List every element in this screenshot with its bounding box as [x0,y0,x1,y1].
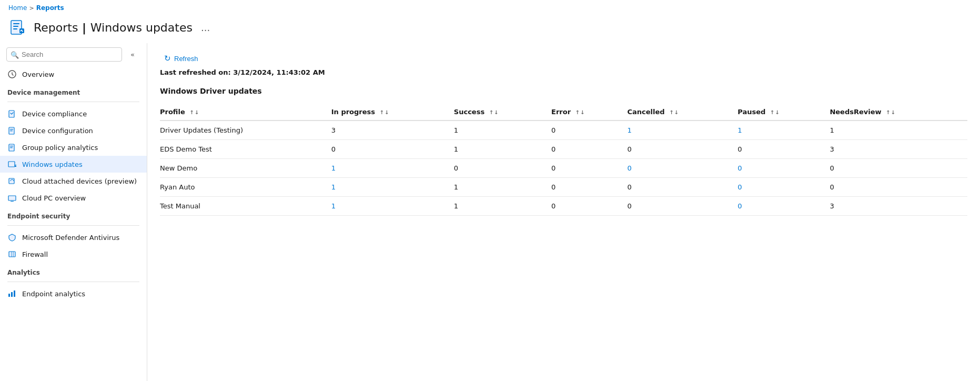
divider-1 [7,102,139,102]
table-header: Profile ↑↓ In progress ↑↓ Success ↑↓ Err… [160,104,967,121]
column-header-success[interactable]: Success ↑↓ [454,104,551,121]
table-cell-2: 1 [454,140,551,159]
table-cell-4: 0 [627,197,737,216]
table-cell-5[interactable]: 0 [737,159,830,178]
table-cell-1[interactable]: 1 [331,197,454,216]
table-row: Test Manual110003 [160,197,967,216]
table-cell-2: 1 [454,197,551,216]
sidebar-item-firewall-label: Firewall [22,250,48,258]
sidebar-item-device-compliance-label: Device compliance [22,110,87,118]
column-header-paused[interactable]: Paused ↑↓ [737,104,830,121]
refresh-bar: ↻ Refresh [160,52,967,65]
sidebar-item-group-policy-label: Group policy analytics [22,144,98,152]
table-cell-4[interactable]: 1 [627,121,737,140]
table-row: EDS Demo Test010003 [160,140,967,159]
search-input[interactable] [6,47,122,62]
section-title: Windows Driver updates [160,87,967,95]
table-cell-6: 3 [830,140,967,159]
sidebar-item-cloud-pc-overview[interactable]: Cloud PC overview [0,189,147,206]
table-cell-4[interactable]: 0 [627,159,737,178]
breadcrumb-sep: > [29,5,34,12]
svg-rect-11 [10,146,13,146]
divider-2 [7,225,139,226]
column-header-needs-review[interactable]: NeedsReview ↑↓ [830,104,967,121]
table-cell-4: 0 [627,178,737,197]
search-container: 🔍 « [0,43,147,66]
table-cell-3: 0 [551,121,627,140]
svg-rect-22 [11,292,13,297]
svg-rect-8 [10,129,13,129]
sidebar-item-cloud-attached-devices[interactable]: Cloud attached devices (preview) [0,173,147,189]
table-cell-0: Test Manual [160,197,331,216]
sidebar-item-endpoint-analytics-label: Endpoint analytics [22,290,85,298]
section-device-management: Device management [0,83,147,98]
page-header: Reports | Windows updates ... [0,16,980,43]
refresh-button[interactable]: ↻ Refresh [160,52,203,65]
sidebar-item-overview-label: Overview [22,71,54,78]
table-cell-6: 0 [830,178,967,197]
sidebar-item-firewall[interactable]: Firewall [0,246,147,263]
svg-rect-19 [11,252,12,257]
more-options-button[interactable]: ... [201,22,210,33]
column-header-cancelled[interactable]: Cancelled ↑↓ [627,104,737,121]
group-policy-icon [7,143,17,152]
reports-icon [8,18,27,37]
table-cell-0: EDS Demo Test [160,140,331,159]
svg-rect-20 [13,252,14,257]
table-cell-2: 1 [454,178,551,197]
table-cell-1[interactable]: 1 [331,159,454,178]
sidebar-item-device-compliance[interactable]: Device compliance [0,105,147,122]
svg-rect-9 [10,131,13,131]
breadcrumb-reports[interactable]: Reports [36,4,64,12]
breadcrumb-home[interactable]: Home [8,4,27,12]
sidebar-item-endpoint-analytics[interactable]: Endpoint analytics [0,285,147,302]
sidebar-item-device-configuration[interactable]: Device configuration [0,122,147,139]
table-cell-5: 0 [737,140,830,159]
svg-rect-21 [8,294,10,297]
sidebar-item-defender-label: Microsoft Defender Antivirus [22,234,119,242]
table-row: Ryan Auto110000 [160,178,967,197]
svg-rect-1 [13,23,19,24]
table-cell-5[interactable]: 0 [737,178,830,197]
device-configuration-icon [7,126,17,135]
table-cell-1[interactable]: 1 [331,178,454,197]
sidebar-item-cloud-attached-label: Cloud attached devices (preview) [22,177,137,185]
page-title: Reports | Windows updates [34,21,193,34]
svg-rect-18 [9,252,15,257]
main-content: ↻ Refresh Last refreshed on: 3/12/2024, … [147,43,980,381]
svg-rect-12 [10,147,13,148]
collapse-sidebar-button[interactable]: « [128,48,137,61]
table-body: Driver Updates (Testing)310111EDS Demo T… [160,121,967,216]
sidebar-item-windows-updates[interactable]: Windows updates [0,156,147,173]
table-cell-3: 0 [551,159,627,178]
table-cell-0: New Demo [160,159,331,178]
refresh-icon: ↻ [164,54,171,63]
column-header-error[interactable]: Error ↑↓ [551,104,627,121]
column-header-profile[interactable]: Profile ↑↓ [160,104,331,121]
sidebar-item-microsoft-defender[interactable]: Microsoft Defender Antivirus [0,229,147,246]
table-cell-3: 0 [551,197,627,216]
firewall-icon [7,249,17,259]
svg-rect-3 [13,28,17,29]
table-cell-5[interactable]: 1 [737,121,830,140]
table-cell-5[interactable]: 0 [737,197,830,216]
breadcrumb: Home > Reports [0,0,980,16]
sidebar-item-overview[interactable]: Overview [0,66,147,83]
table-cell-6: 0 [830,159,967,178]
table-row: Driver Updates (Testing)310111 [160,121,967,140]
section-endpoint-security: Endpoint security [0,206,147,222]
column-header-in-progress[interactable]: In progress ↑↓ [331,104,454,121]
svg-rect-17 [11,201,14,202]
table-cell-1: 3 [331,121,454,140]
windows-updates-icon [7,159,17,169]
sidebar-item-group-policy-analytics[interactable]: Group policy analytics [0,139,147,156]
device-compliance-icon [7,109,17,118]
overview-icon [7,69,17,79]
refresh-label: Refresh [174,55,198,63]
sidebar-item-windows-updates-label: Windows updates [22,161,83,168]
table-cell-1: 0 [331,140,454,159]
windows-driver-updates-table: Profile ↑↓ In progress ↑↓ Success ↑↓ Err… [160,104,967,216]
endpoint-analytics-icon [7,289,17,298]
table-cell-6: 3 [830,197,967,216]
svg-rect-2 [13,26,18,27]
